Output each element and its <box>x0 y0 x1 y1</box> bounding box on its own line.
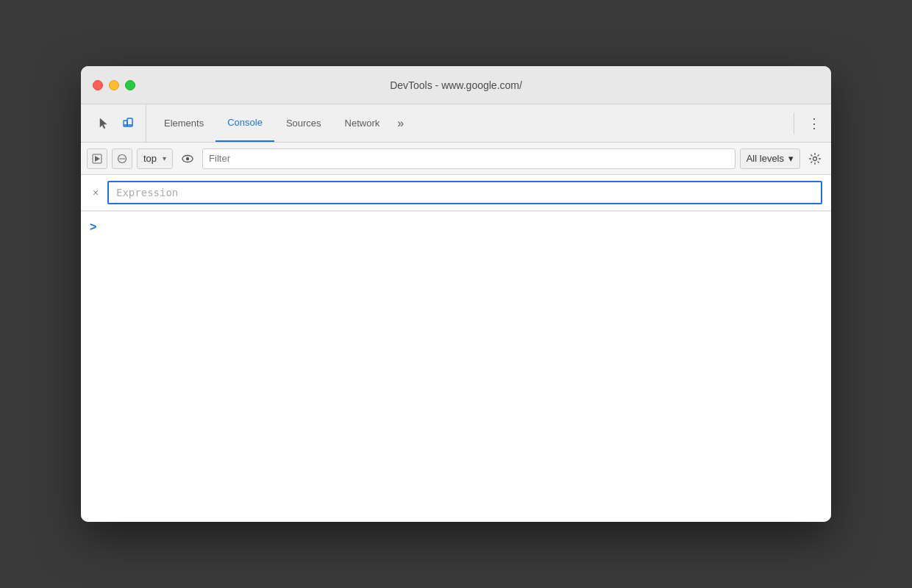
svg-point-10 <box>813 157 817 160</box>
levels-arrow: ▾ <box>788 153 794 164</box>
tab-network[interactable]: Network <box>333 104 392 142</box>
window-title: DevTools - www.google.com/ <box>390 79 522 91</box>
more-tabs-button[interactable]: » <box>391 104 410 142</box>
console-output[interactable]: > <box>81 212 831 522</box>
devtools-window: DevTools - www.google.com/ <box>81 66 831 522</box>
tab-sources[interactable]: Sources <box>274 104 333 142</box>
toolbar-icons <box>87 104 146 142</box>
svg-point-9 <box>186 157 189 159</box>
run-script-button[interactable] <box>87 148 107 169</box>
minimize-button[interactable] <box>109 80 119 90</box>
close-button[interactable] <box>93 80 103 90</box>
cursor-icon[interactable] <box>93 112 115 135</box>
traffic-lights <box>93 80 135 90</box>
context-arrow: ▾ <box>163 154 166 162</box>
title-bar: DevTools - www.google.com/ <box>81 66 831 104</box>
filter-input[interactable] <box>202 148 735 169</box>
maximize-button[interactable] <box>125 80 135 90</box>
tab-divider <box>794 112 794 135</box>
tab-bar: Elements Console Sources Network » ⋮ <box>81 104 831 143</box>
eye-icon[interactable] <box>177 148 198 169</box>
tab-elements[interactable]: Elements <box>152 104 215 142</box>
clear-console-button[interactable] <box>112 148 132 169</box>
device-toggle-icon[interactable] <box>118 112 140 135</box>
tabs: Elements Console Sources Network » <box>152 104 788 142</box>
expression-input[interactable] <box>107 181 822 204</box>
log-levels-selector[interactable]: All levels ▾ <box>740 148 800 169</box>
console-toolbar: top ▾ All levels ▾ <box>81 143 831 175</box>
devtools-menu-button[interactable]: ⋮ <box>803 112 825 135</box>
context-selector[interactable]: top ▾ <box>137 148 173 169</box>
svg-marker-5 <box>95 156 100 162</box>
close-expression-button[interactable]: × <box>90 187 101 198</box>
expression-row: × <box>81 175 831 211</box>
prompt-arrow-icon: > <box>90 220 96 234</box>
console-settings-icon[interactable] <box>805 148 825 169</box>
console-prompt: > <box>90 218 822 237</box>
tab-console[interactable]: Console <box>215 104 274 142</box>
